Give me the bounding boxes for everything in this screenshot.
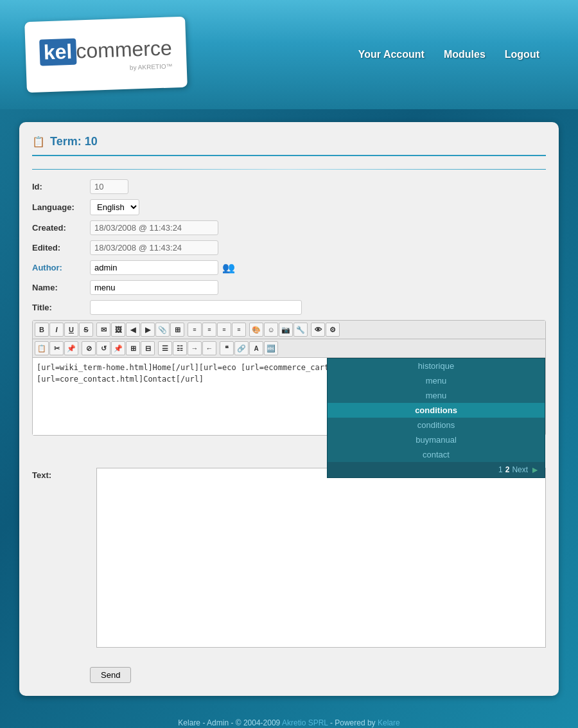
footer: Kelare - Admin - © 2004-2009 Akretio SPR… <box>0 709 578 728</box>
footer-text: Kelare - Admin - © 2004-2009 <box>178 718 280 727</box>
ac-item-historique[interactable]: historique <box>328 359 545 373</box>
view-group: 👁 ⚙ <box>311 323 340 337</box>
name-label: Name: <box>32 283 90 292</box>
ac-item-contact[interactable]: contact <box>328 447 545 462</box>
align-left-btn[interactable]: ≡ <box>188 323 202 337</box>
image-btn[interactable]: 🖼 <box>111 323 125 337</box>
language-row: Language: English <box>32 199 546 215</box>
created-label: Created: <box>32 223 90 233</box>
preview-btn[interactable]: 👁 <box>311 323 325 337</box>
name-input[interactable] <box>90 280 218 295</box>
email-btn[interactable]: ✉ <box>96 323 110 337</box>
ol-btn[interactable]: ☷ <box>173 341 187 355</box>
toggle-btn[interactable]: ⚙ <box>326 323 340 337</box>
main-nav: Your Account Modules Logout <box>358 49 539 60</box>
bold-btn[interactable]: B <box>35 323 49 337</box>
paste-btn[interactable]: 📌 <box>64 341 78 355</box>
ac-item-conditions2[interactable]: conditions <box>328 418 545 432</box>
action6-btn[interactable]: 📌 <box>111 341 125 355</box>
editor-wrapper: B I U S ✉ 🖼 ◀ ▶ 📎 ⊞ ≡ <box>32 320 546 436</box>
language-select[interactable]: English <box>90 199 139 215</box>
format-group: B I U S <box>35 323 93 337</box>
ac-pagination: 1 2 Next ► <box>328 462 545 477</box>
author-input-group: 👥 <box>90 260 235 275</box>
list-group: ☰ ☷ → ← <box>158 341 216 355</box>
copy-btn[interactable]: 📋 <box>35 341 49 355</box>
nav-modules[interactable]: Modules <box>444 49 486 60</box>
quote-btn[interactable]: ❝ <box>220 341 234 355</box>
footer-company[interactable]: Akretio SPRL <box>282 718 328 727</box>
align-center-btn[interactable]: ≡ <box>202 323 216 337</box>
strike-btn[interactable]: S <box>79 323 93 337</box>
ac-page-2[interactable]: 2 <box>505 465 510 474</box>
edited-label: Edited: <box>32 243 90 253</box>
action7-btn[interactable]: ⊞ <box>126 341 140 355</box>
outdent-btn[interactable]: ← <box>202 341 216 355</box>
misc-group1: 🎨 ☺ 📷 🔧 <box>249 323 308 337</box>
title-label: Title: <box>32 303 90 312</box>
send-button-area: Send <box>32 657 546 683</box>
toolbar-row2: 📋 ✂ 📌 ⊘ ↺ 📌 ⊞ ⊟ ☰ ☷ → <box>33 339 545 358</box>
footer-kelare[interactable]: Kelare <box>378 718 400 727</box>
author-label: Author: <box>32 263 90 272</box>
smiley-btn[interactable]: ☺ <box>264 323 278 337</box>
edited-row: Edited: <box>32 240 546 255</box>
undo-btn[interactable]: ⊘ <box>82 341 96 355</box>
history-group: ⊘ ↺ 📌 ⊞ ⊟ <box>82 341 155 355</box>
logo: kel commerce by AKRETIO™ <box>24 17 188 93</box>
ac-item-conditions1[interactable]: conditions <box>328 403 545 418</box>
created-input <box>90 220 218 235</box>
title-input[interactable] <box>90 300 302 315</box>
underline-btn[interactable]: U <box>64 323 78 337</box>
editor-area: B I U S ✉ 🖼 ◀ ▶ 📎 ⊞ ≡ <box>32 320 546 436</box>
created-row: Created: <box>32 220 546 235</box>
attach-btn[interactable]: 📎 <box>155 323 170 337</box>
font-btn[interactable]: A <box>249 341 263 355</box>
link-btn2[interactable]: 🔗 <box>234 341 249 355</box>
align-right-btn[interactable]: ≡ <box>217 323 231 337</box>
header: kel commerce by AKRETIO™ Your Account Mo… <box>0 0 578 109</box>
nav-your-account[interactable]: Your Account <box>358 49 425 60</box>
title-separator <box>32 169 546 170</box>
text-label: Text: <box>32 468 90 648</box>
id-label: Id: <box>32 182 90 191</box>
ac-item-menu1[interactable]: menu <box>328 373 545 388</box>
id-row: Id: <box>32 179 546 194</box>
ac-page-1[interactable]: 1 <box>498 465 503 474</box>
id-input[interactable] <box>90 179 128 194</box>
indent-btn[interactable]: → <box>188 341 202 355</box>
insert-group: ✉ 🖼 ◀ ▶ 📎 ⊞ <box>96 323 184 337</box>
action8-btn[interactable]: ⊟ <box>141 341 155 355</box>
send-button[interactable]: Send <box>90 667 131 683</box>
edited-input <box>90 240 218 255</box>
ac-item-menu2[interactable]: menu <box>328 388 545 403</box>
main-container: 📋 Term: 10 Id: Language: English Created… <box>19 122 559 696</box>
forward-btn[interactable]: ▶ <box>141 323 155 337</box>
logo-commerce: commerce <box>76 36 173 63</box>
ac-item-buymanual[interactable]: buymanual <box>328 432 545 447</box>
table-btn[interactable]: ⊞ <box>170 323 184 337</box>
code-btn[interactable]: 🔧 <box>293 323 308 337</box>
ac-next-label[interactable]: Next <box>512 465 528 474</box>
ul-btn[interactable]: ☰ <box>158 341 172 355</box>
color-btn[interactable]: 🎨 <box>249 323 263 337</box>
nav-logout[interactable]: Logout <box>505 49 539 60</box>
author-input[interactable] <box>90 260 218 275</box>
redo-btn[interactable]: ↺ <box>96 341 110 355</box>
language-label: Language: <box>32 202 90 212</box>
media-btn[interactable]: 📷 <box>279 323 293 337</box>
text-btn[interactable]: 🔤 <box>264 341 278 355</box>
text-editor[interactable] <box>96 468 546 648</box>
page-title: Term: 10 <box>50 135 98 148</box>
ac-next-arrow[interactable]: ► <box>530 465 539 475</box>
cut-btn[interactable]: ✂ <box>49 341 64 355</box>
name-row: Name: <box>32 280 546 295</box>
align-justify-btn[interactable]: ≡ <box>232 323 246 337</box>
autocomplete-dropdown: historique menu menu conditions conditio… <box>327 358 545 478</box>
italic-btn[interactable]: I <box>49 323 64 337</box>
page-title-icon: 📋 <box>32 136 45 148</box>
users-icon[interactable]: 👥 <box>222 262 235 274</box>
editor-content-area: [url=wiki_term-home.html]Home[/url][url=… <box>33 358 545 435</box>
back-btn[interactable]: ◀ <box>126 323 140 337</box>
toolbar-row1: B I U S ✉ 🖼 ◀ ▶ 📎 ⊞ ≡ <box>33 321 545 339</box>
